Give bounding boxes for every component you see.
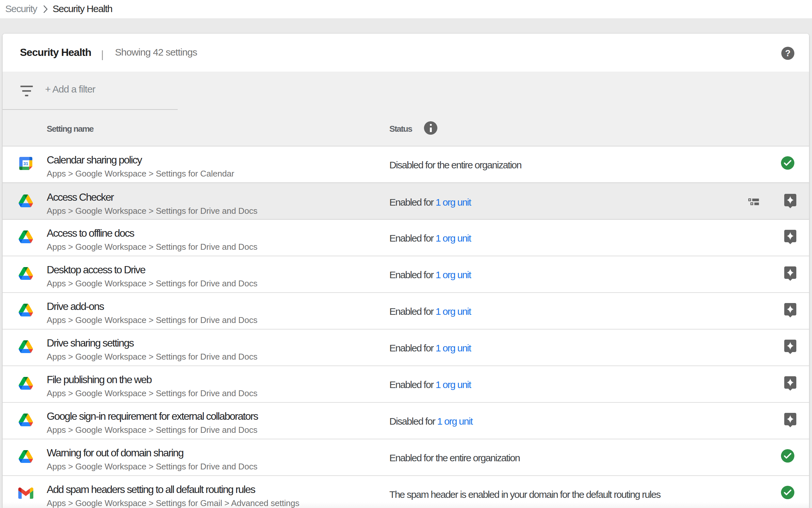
svg-text:31: 31	[23, 161, 29, 166]
